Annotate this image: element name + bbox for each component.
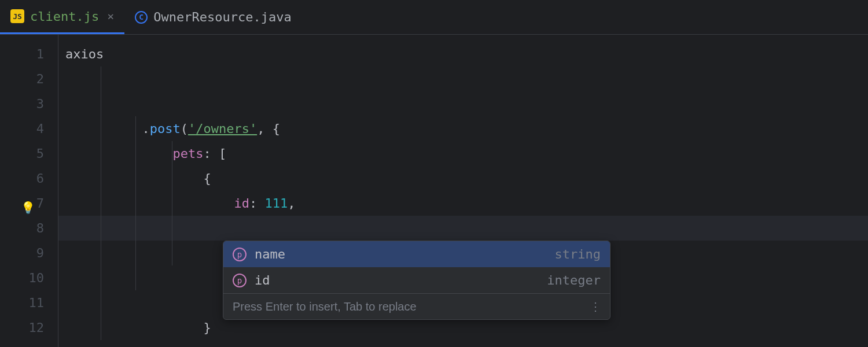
autocomplete-footer: Press Enter to insert, Tab to replace ⋮ — [223, 293, 610, 319]
tab-bar: JS client.js × C OwnerResource.java — [0, 0, 868, 35]
line-number: 3 — [0, 91, 58, 116]
line-number: 2 — [0, 67, 58, 91]
tab-label: OwnerResource.java — [153, 10, 291, 24]
lightbulb-icon[interactable]: 💡 — [21, 195, 35, 220]
property-icon: p — [233, 248, 247, 261]
code-line: .post('/owners', { — [58, 67, 868, 91]
line-number: 12 — [0, 315, 58, 340]
autocomplete-name: id — [255, 273, 270, 287]
tab-client-js[interactable]: JS client.js × — [0, 0, 124, 34]
line-number: 1 — [0, 42, 58, 67]
close-icon[interactable]: × — [107, 9, 114, 23]
line-number: 11 — [0, 290, 58, 315]
tab-owner-resource[interactable]: C OwnerResource.java — [124, 0, 301, 34]
code-line: name: "Kitty", — [58, 166, 868, 191]
property-icon: p — [233, 274, 247, 287]
java-class-icon: C — [135, 11, 148, 24]
autocomplete-popup: p name string p id integer Press Enter t… — [223, 241, 610, 320]
line-number: 6 — [0, 166, 58, 191]
autocomplete-type: string — [555, 247, 601, 261]
autocomplete-type: integer — [547, 273, 601, 287]
code-line: 💡 type: { — [58, 191, 868, 216]
autocomplete-hint: Press Enter to insert, Tab to replace — [233, 300, 417, 313]
line-number: 9 — [0, 241, 58, 265]
tab-label: client.js — [30, 9, 99, 24]
more-icon[interactable]: ⋮ — [590, 300, 601, 313]
autocomplete-item[interactable]: p id integer — [223, 267, 610, 293]
code-line: { — [58, 116, 868, 141]
code-line-current — [58, 216, 868, 241]
line-number: 10 — [0, 265, 58, 290]
gutter: 1 2 3 4 5 6 7 8 9 10 11 12 — [0, 35, 58, 347]
js-file-icon: JS — [10, 9, 24, 23]
line-number: 5 — [0, 141, 58, 166]
autocomplete-name: name — [255, 247, 285, 261]
code-editor[interactable]: 1 2 3 4 5 6 7 8 9 10 11 12 axios .post('… — [0, 35, 868, 347]
autocomplete-item[interactable]: p name string — [223, 241, 610, 267]
code-line: pets: [ — [58, 91, 868, 116]
code-line: id: 111, — [58, 141, 868, 166]
code-line: axios — [58, 42, 868, 67]
line-number: 4 — [0, 116, 58, 141]
